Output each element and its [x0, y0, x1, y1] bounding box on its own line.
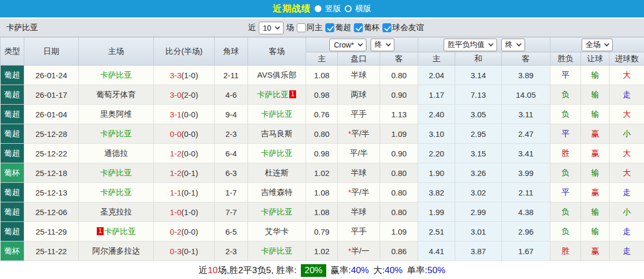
- odds-away-cell: 0.90: [380, 85, 418, 105]
- odds-away-cell: 0.80: [380, 183, 418, 202]
- team-name[interactable]: 卡萨比亚: [257, 90, 289, 99]
- away-team-cell: 卡萨比亚1: [248, 85, 306, 105]
- chevron-down-icon: [357, 41, 363, 46]
- odds-final-select-2[interactable]: 终: [501, 39, 525, 51]
- team-name[interactable]: AVS俱乐部: [257, 70, 297, 79]
- team-name[interactable]: 卡萨比亚: [261, 148, 293, 157]
- match-row: 葡杯25-11-22阿尔潘多拉达0-3(0-1)2-3卡萨比亚1.02*半/一0…: [1, 241, 644, 261]
- odds-home-cell: 1.08: [306, 183, 338, 202]
- scope-select-group: 全场: [550, 38, 644, 52]
- summary-count: 10: [208, 265, 218, 276]
- filter-league-cup[interactable]: 葡杯: [354, 23, 380, 33]
- mean-away-cell: 1.67: [502, 241, 550, 261]
- odd-rate-label: 单率:: [407, 264, 427, 276]
- handicap-cell: 半球: [338, 163, 380, 183]
- team-name[interactable]: 卡萨比亚: [261, 109, 293, 118]
- scope-select[interactable]: 全场: [582, 39, 613, 51]
- team-name[interactable]: 里奥阿维: [100, 109, 132, 118]
- team-name[interactable]: 阿尔潘多拉达: [93, 246, 140, 255]
- col-header-mean-draw: 和: [455, 52, 502, 66]
- mean-draw-cell: 3.26: [455, 163, 502, 183]
- date-cell: 25-12-13: [24, 183, 79, 202]
- mean-type-select[interactable]: 胜平负均值: [444, 39, 497, 51]
- odds-final-select-1[interactable]: 终: [371, 39, 394, 51]
- filter-friendly[interactable]: 球会友谊: [382, 23, 424, 33]
- team-name[interactable]: 艾华卡: [265, 227, 289, 236]
- mean-away-cell: 2.11: [502, 183, 550, 202]
- team-name[interactable]: 通德拉: [104, 148, 128, 157]
- header-row-selects: 类型 日期 主场 比分(半场) 角球 客场 Crow* 终: [1, 38, 644, 52]
- mean-home-cell: 1.90: [418, 163, 455, 183]
- checkbox-icon[interactable]: [382, 23, 391, 32]
- layout-vertical-label[interactable]: 竖版: [325, 4, 341, 14]
- checkbox-icon[interactable]: [354, 23, 363, 32]
- col-header-corner: 角球: [215, 38, 248, 66]
- odds-home-cell: 0.98: [306, 144, 338, 163]
- odds-company-value: Crow*: [334, 41, 354, 49]
- team-name[interactable]: 卡萨比亚: [100, 70, 132, 79]
- filter-bar: 卡萨比亚 近 10 场 同主 葡超 葡杯 球会友谊: [0, 19, 644, 37]
- odds-away-cell: 0.80: [380, 202, 418, 222]
- handicap-cell: *半/一: [338, 241, 380, 261]
- mean-type-value: 胜平负均值: [448, 40, 485, 50]
- league-type-cell: 葡超: [1, 85, 24, 105]
- team-name[interactable]: 卡萨比亚: [100, 129, 132, 138]
- result-cell: 平: [550, 124, 581, 144]
- checkbox-icon[interactable]: [325, 23, 334, 32]
- corner-cell: 4-6: [215, 85, 248, 105]
- col-header-goals: 进球数: [610, 52, 644, 66]
- team-name[interactable]: 吉维森特: [261, 188, 293, 197]
- match-table: 类型 日期 主场 比分(半场) 角球 客场 Crow* 终: [0, 37, 644, 261]
- date-cell: 25-12-06: [24, 202, 79, 222]
- league-type-cell: 葡超: [1, 144, 24, 163]
- odds-company-select[interactable]: Crow*: [329, 39, 366, 51]
- half-score: (2-0): [181, 90, 198, 99]
- mean-select-group: 胜平负均值 终: [418, 38, 550, 52]
- team-name[interactable]: 卡萨比亚: [261, 207, 293, 216]
- half-score: (0-0): [181, 129, 198, 138]
- result-cell: 胜: [550, 144, 581, 163]
- filter-league-super-label: 葡超: [335, 23, 351, 33]
- score-cell: 1-2(0-0): [154, 144, 215, 163]
- full-score: 0-3: [170, 247, 181, 256]
- layout-horizontal-label[interactable]: 横版: [355, 4, 371, 14]
- match-row: 葡杯25-12-18卡萨比亚1-2(0-1)6-3杜连斯1.02半球0.801.…: [1, 163, 644, 183]
- filter-same-home[interactable]: 同主: [297, 23, 323, 33]
- team-name[interactable]: 吉马良斯: [261, 129, 293, 138]
- summary-footer: 近10场,胜2平3负5, 胜率: 20% 赢率:40% 大:40% 单率:50%: [0, 261, 644, 279]
- team-name[interactable]: 卡萨比亚: [104, 227, 136, 236]
- checkbox-icon[interactable]: [297, 23, 306, 32]
- odds-home-cell: 0.79: [306, 222, 338, 241]
- corner-cell: 6-4: [215, 144, 248, 163]
- odds-home-cell: 1.08: [306, 66, 338, 85]
- match-row: 葡超25-12-28卡萨比亚0-0(0-0)2-3吉马良斯0.80*平/半1.0…: [1, 124, 644, 144]
- layout-vertical-radio[interactable]: [315, 5, 321, 12]
- date-cell: 25-11-29: [24, 222, 79, 241]
- filter-league-super[interactable]: 葡超: [325, 23, 351, 33]
- layout-horizontal-radio[interactable]: [345, 5, 352, 12]
- team-name[interactable]: 杜连斯: [265, 168, 289, 177]
- mean-home-cell: 4.41: [418, 241, 455, 261]
- match-row: 葡超26-01-04里奥阿维3-1(0-0)9-4卡萨比亚0.76平手1.132…: [1, 105, 644, 124]
- chevron-down-icon: [516, 41, 521, 46]
- full-score: 1-0: [170, 208, 181, 217]
- league-type-cell: 葡超: [1, 202, 24, 222]
- home-team-cell: 卡萨比亚: [79, 124, 154, 144]
- team-name[interactable]: 卡萨比亚: [261, 246, 293, 255]
- team-name[interactable]: 圣克拉拉: [100, 207, 132, 216]
- match-count-select[interactable]: 10: [259, 22, 283, 34]
- team-name[interactable]: 卡萨比亚: [100, 188, 132, 197]
- team-rank-badge: 1: [289, 90, 296, 98]
- mean-draw-cell: 3.05: [455, 105, 502, 124]
- team-name[interactable]: 卡萨比亚: [100, 168, 132, 177]
- half-score: (0-1): [181, 188, 198, 197]
- col-header-handicap: 盘口: [338, 52, 380, 66]
- team-name[interactable]: 葡萄牙体育: [96, 90, 136, 99]
- col-header-odds-away: 客: [380, 52, 418, 66]
- mean-away-cell: 2.47: [502, 124, 550, 144]
- filter-controls: 近 10 场 同主 葡超 葡杯 球会友谊: [248, 22, 424, 34]
- live-star: *: [348, 246, 351, 255]
- handicap-cell: *平/半: [338, 124, 380, 144]
- match-row: 葡超25-12-06圣克拉拉1-0(1-0)7-7卡萨比亚1.08半球0.801…: [1, 202, 644, 222]
- result-cell: 负: [550, 202, 581, 222]
